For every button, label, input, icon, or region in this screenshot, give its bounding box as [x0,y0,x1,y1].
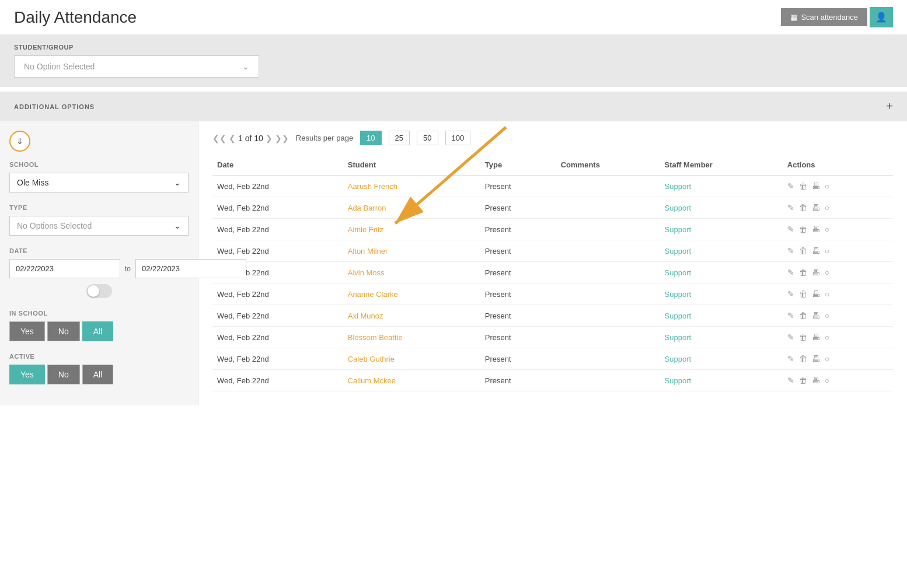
cell-actions: ✎ 🗑 🖶 ○ [783,197,893,219]
chevron-down-icon: ⌄ [174,221,181,230]
cell-student[interactable]: Arianne Clarke [343,284,480,305]
date-to-input[interactable] [135,259,246,278]
edit-icon[interactable]: ✎ [787,332,794,342]
page-size-100-button[interactable]: 100 [445,131,471,145]
cell-staff[interactable]: Support [660,348,783,370]
cell-student[interactable]: Caleb Guthrie [343,348,480,370]
print-icon[interactable]: 🖶 [812,354,820,363]
delete-icon[interactable]: 🗑 [799,181,807,191]
clock-icon[interactable]: ○ [825,332,829,342]
scan-attendance-button[interactable]: ▦ Scan attendance [781,8,867,26]
download-icon: ⇓ [16,136,23,146]
clock-icon[interactable]: ○ [825,376,829,385]
cell-student[interactable]: Ada Barron [343,197,480,219]
type-dropdown[interactable]: No Options Selected ⌄ [9,216,189,236]
additional-options-label: ADDITIONAL OPTIONS [14,103,95,110]
cell-staff[interactable]: Support [660,370,783,391]
cell-staff[interactable]: Support [660,284,783,305]
additional-options-section[interactable]: ADDITIONAL OPTIONS + [0,92,907,121]
cell-staff[interactable]: Support [660,176,783,197]
edit-icon[interactable]: ✎ [787,268,794,277]
print-icon[interactable]: 🖶 [812,246,820,256]
edit-icon[interactable]: ✎ [787,354,794,363]
active-label: ACTIVE [9,353,189,360]
print-icon[interactable]: 🖶 [812,181,820,191]
cell-staff[interactable]: Support [660,240,783,262]
edit-icon[interactable]: ✎ [787,225,794,234]
cell-staff[interactable]: Support [660,305,783,327]
active-all-button[interactable]: All [82,365,114,384]
cell-student[interactable]: Alton Milner [343,240,480,262]
delete-icon[interactable]: 🗑 [799,268,807,277]
delete-icon[interactable]: 🗑 [799,332,807,342]
delete-icon[interactable]: 🗑 [799,225,807,234]
col-comments: Comments [556,155,660,176]
delete-icon[interactable]: 🗑 [799,311,807,320]
page-size-10-button[interactable]: 10 [360,131,381,145]
in-school-all-button[interactable]: All [82,321,114,341]
clock-icon[interactable]: ○ [825,311,829,320]
delete-icon[interactable]: 🗑 [799,354,807,363]
cell-student[interactable]: Axl Munoz [343,305,480,327]
table-row: Wed, Feb 22nd Caleb Guthrie Present Supp… [212,348,893,370]
last-page-icon[interactable]: ❯❯ [275,134,289,143]
scan-icon-button[interactable]: 👤 [870,7,893,27]
cell-student[interactable]: Callum Mckee [343,370,480,391]
clock-icon[interactable]: ○ [825,181,829,191]
clock-icon[interactable]: ○ [825,289,829,299]
date-toggle[interactable] [86,284,112,298]
in-school-yes-button[interactable]: Yes [9,321,45,341]
edit-icon[interactable]: ✎ [787,311,794,320]
page-current: 1 of 10 [238,134,263,143]
clock-icon[interactable]: ○ [825,203,829,212]
clock-icon[interactable]: ○ [825,225,829,234]
delete-icon[interactable]: 🗑 [799,246,807,256]
active-no-button[interactable]: No [47,365,80,384]
first-page-icon[interactable]: ❮❮ [212,134,226,143]
cell-type: Present [480,176,556,197]
print-icon[interactable]: 🖶 [812,376,820,385]
active-yes-button[interactable]: Yes [9,365,45,384]
print-icon[interactable]: 🖶 [812,289,820,299]
edit-icon[interactable]: ✎ [787,203,794,212]
col-student: Student [343,155,480,176]
student-group-dropdown[interactable]: No Option Selected ⌄ [14,55,259,78]
clock-icon[interactable]: ○ [825,268,829,277]
print-icon[interactable]: 🖶 [812,268,820,277]
page-size-25-button[interactable]: 25 [389,131,410,145]
cell-student[interactable]: Blossom Beattie [343,327,480,348]
delete-icon[interactable]: 🗑 [799,203,807,212]
cell-staff[interactable]: Support [660,197,783,219]
prev-page-icon[interactable]: ❮ [229,134,236,143]
in-school-no-button[interactable]: No [47,321,80,341]
print-icon[interactable]: 🖶 [812,332,820,342]
edit-icon[interactable]: ✎ [787,246,794,256]
date-from-input[interactable] [9,259,120,278]
cell-student[interactable]: Aarush French [343,176,480,197]
clock-icon[interactable]: ○ [825,246,829,256]
edit-icon[interactable]: ✎ [787,289,794,299]
print-icon[interactable]: 🖶 [812,311,820,320]
delete-icon[interactable]: 🗑 [799,376,807,385]
cell-date: Wed, Feb 22nd [212,197,343,219]
expand-additional-button[interactable]: + [886,100,893,113]
cell-staff[interactable]: Support [660,327,783,348]
cell-staff[interactable]: Support [660,219,783,240]
cell-staff[interactable]: Support [660,262,783,284]
cell-student[interactable]: Aimie Fritz [343,219,480,240]
print-icon[interactable]: 🖶 [812,225,820,234]
edit-icon[interactable]: ✎ [787,376,794,385]
clock-icon[interactable]: ○ [825,354,829,363]
col-type: Type [480,155,556,176]
school-dropdown[interactable]: Ole Miss ⌄ [9,173,189,192]
date-range: to [9,259,189,278]
cell-student[interactable]: Alvin Moss [343,262,480,284]
next-page-icon[interactable]: ❯ [266,134,273,143]
delete-icon[interactable]: 🗑 [799,289,807,299]
page-size-50-button[interactable]: 50 [417,131,438,145]
filter-download-button[interactable]: ⇓ [9,131,30,152]
col-staff-member: Staff Member [660,155,783,176]
cell-comments [556,176,660,197]
edit-icon[interactable]: ✎ [787,181,794,191]
print-icon[interactable]: 🖶 [812,203,820,212]
